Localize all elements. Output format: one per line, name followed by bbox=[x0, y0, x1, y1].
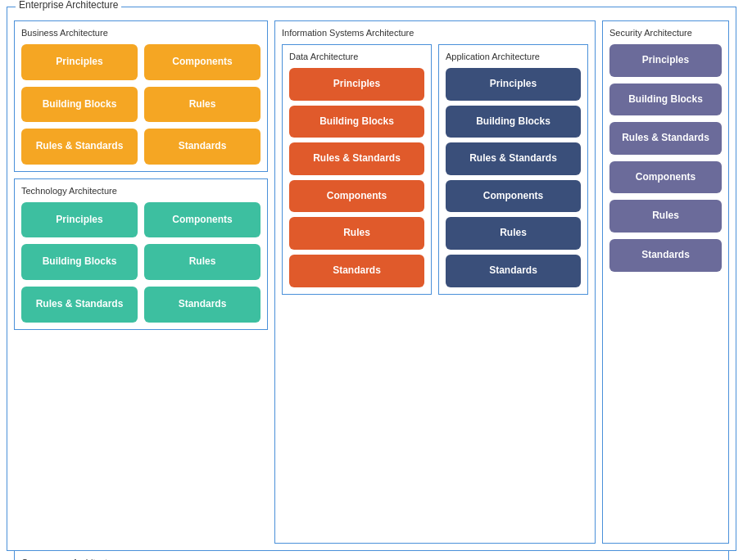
app-standards-btn[interactable]: Standards bbox=[446, 255, 581, 287]
tech-principles-btn[interactable]: Principles bbox=[21, 202, 138, 238]
data-principles-btn[interactable]: Principles bbox=[289, 68, 424, 101]
security-stack: Principles Building Blocks Rules & Stand… bbox=[609, 44, 722, 272]
data-arch-box: Data Architecture Principles Building Bl… bbox=[282, 44, 432, 295]
enterprise-architecture: Enterprise Architecture Business Archite… bbox=[7, 7, 736, 551]
data-rulesstandards-btn[interactable]: Rules & Standards bbox=[289, 142, 424, 175]
data-components-btn[interactable]: Components bbox=[289, 180, 424, 213]
security-arch-box: Security Architecture Principles Buildin… bbox=[602, 20, 729, 544]
app-buildingblocks-btn[interactable]: Building Blocks bbox=[446, 106, 581, 138]
business-components-btn[interactable]: Components bbox=[144, 44, 261, 80]
right-column: Security Architecture Principles Buildin… bbox=[602, 20, 729, 544]
bottom-section: Governance Architecture Principles Compo… bbox=[14, 550, 729, 560]
technology-architecture-box: Technology Architecture Principles Compo… bbox=[14, 178, 268, 330]
info-systems-box: Information Systems Architecture Data Ar… bbox=[274, 20, 596, 544]
app-rules-btn[interactable]: Rules bbox=[446, 217, 581, 250]
tech-rulesstandards-btn[interactable]: Rules & Standards bbox=[21, 287, 138, 323]
data-standards-btn[interactable]: Standards bbox=[289, 255, 424, 287]
app-arch-stack: Principles Building Blocks Rules & Stand… bbox=[446, 68, 581, 287]
app-arch-col: Application Architecture Principles Buil… bbox=[438, 44, 588, 295]
app-arch-title: Application Architecture bbox=[446, 52, 581, 61]
data-arch-stack: Principles Building Blocks Rules & Stand… bbox=[289, 68, 424, 287]
tech-rules-btn[interactable]: Rules bbox=[144, 244, 261, 280]
tech-buildingblocks-btn[interactable]: Building Blocks bbox=[21, 244, 138, 280]
business-rulesstandards-btn[interactable]: Rules & Standards bbox=[21, 129, 138, 165]
business-standards-btn[interactable]: Standards bbox=[144, 129, 261, 165]
data-arch-col: Data Architecture Principles Building Bl… bbox=[282, 44, 432, 295]
governance-arch-box: Governance Architecture Principles Compo… bbox=[14, 550, 729, 560]
tech-arch-grid: Principles Components Building Blocks Ru… bbox=[21, 202, 261, 323]
app-arch-box: Application Architecture Principles Buil… bbox=[438, 44, 588, 295]
left-column: Business Architecture Principles Compone… bbox=[14, 20, 268, 544]
data-rules-btn[interactable]: Rules bbox=[289, 217, 424, 250]
app-rulesstandards-btn[interactable]: Rules & Standards bbox=[446, 142, 581, 175]
business-principles-btn[interactable]: Principles bbox=[21, 44, 138, 80]
data-arch-title: Data Architecture bbox=[289, 52, 424, 61]
business-arch-title: Business Architecture bbox=[21, 28, 261, 38]
business-architecture-box: Business Architecture Principles Compone… bbox=[14, 20, 268, 172]
security-components-btn[interactable]: Components bbox=[609, 161, 722, 194]
business-rules-btn[interactable]: Rules bbox=[144, 87, 261, 123]
business-arch-grid: Principles Components Building Blocks Ru… bbox=[21, 44, 261, 165]
tech-arch-title: Technology Architecture bbox=[21, 186, 261, 196]
info-sys-title: Information Systems Architecture bbox=[282, 28, 588, 38]
business-buildingblocks-btn[interactable]: Building Blocks bbox=[21, 87, 138, 123]
app-principles-btn[interactable]: Principles bbox=[446, 68, 581, 101]
info-sys-inner: Data Architecture Principles Building Bl… bbox=[282, 44, 588, 295]
app-components-btn[interactable]: Components bbox=[446, 180, 581, 213]
middle-column: Information Systems Architecture Data Ar… bbox=[274, 20, 596, 544]
security-principles-btn[interactable]: Principles bbox=[609, 44, 722, 77]
security-rulesstandards-btn[interactable]: Rules & Standards bbox=[609, 122, 722, 155]
security-rules-btn[interactable]: Rules bbox=[609, 200, 722, 233]
enterprise-title: Enterprise Architecture bbox=[16, 0, 121, 11]
security-standards-btn[interactable]: Standards bbox=[609, 239, 722, 272]
tech-components-btn[interactable]: Components bbox=[144, 202, 261, 238]
data-buildingblocks-btn[interactable]: Building Blocks bbox=[289, 106, 424, 138]
security-buildingblocks-btn[interactable]: Building Blocks bbox=[609, 84, 722, 116]
security-arch-title: Security Architecture bbox=[609, 28, 722, 38]
tech-standards-btn[interactable]: Standards bbox=[144, 287, 261, 323]
